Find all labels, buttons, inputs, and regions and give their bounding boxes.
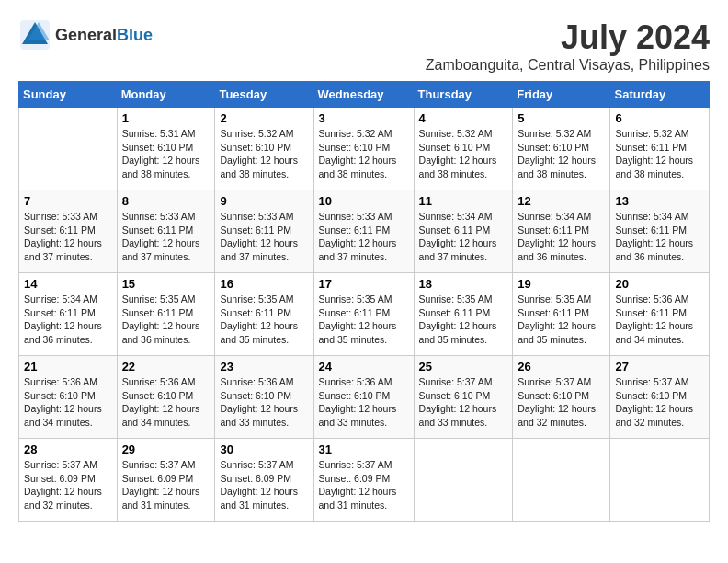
calendar-cell: [414, 439, 513, 522]
day-number: 19: [518, 277, 605, 291]
month-title: July 2024: [426, 18, 710, 57]
location-title: Zamboanguita, Central Visayas, Philippin…: [426, 57, 710, 74]
day-info: Sunrise: 5:32 AMSunset: 6:10 PMDaylight:…: [220, 127, 308, 181]
calendar-week-row: 28Sunrise: 5:37 AMSunset: 6:09 PMDayligh…: [19, 439, 710, 522]
calendar-cell: 6Sunrise: 5:32 AMSunset: 6:11 PMDaylight…: [610, 108, 710, 190]
day-info: Sunrise: 5:35 AMSunset: 6:11 PMDaylight:…: [319, 293, 409, 347]
calendar-cell: 1Sunrise: 5:31 AMSunset: 6:10 PMDaylight…: [117, 108, 215, 190]
weekday-header-monday: Monday: [117, 82, 215, 108]
day-number: 3: [319, 111, 409, 125]
day-number: 24: [319, 360, 409, 373]
calendar-cell: 11Sunrise: 5:34 AMSunset: 6:11 PMDayligh…: [414, 190, 513, 273]
calendar-cell: 9Sunrise: 5:33 AMSunset: 6:11 PMDaylight…: [215, 190, 313, 273]
day-number: 27: [615, 360, 704, 373]
calendar-table: SundayMondayTuesdayWednesdayThursdayFrid…: [18, 81, 710, 522]
calendar-cell: 7Sunrise: 5:33 AMSunset: 6:11 PMDaylight…: [19, 190, 118, 273]
day-number: 5: [518, 111, 605, 125]
day-number: 30: [220, 442, 308, 456]
day-info: Sunrise: 5:36 AMSunset: 6:10 PMDaylight:…: [24, 375, 112, 430]
weekday-header-wednesday: Wednesday: [313, 82, 414, 108]
weekday-header-saturday: Saturday: [610, 82, 710, 108]
calendar-cell: 17Sunrise: 5:35 AMSunset: 6:11 PMDayligh…: [313, 273, 414, 356]
day-number: 8: [122, 194, 210, 208]
calendar-cell: 12Sunrise: 5:34 AMSunset: 6:11 PMDayligh…: [513, 190, 610, 273]
day-info: Sunrise: 5:36 AMSunset: 6:10 PMDaylight:…: [122, 375, 210, 430]
day-info: Sunrise: 5:36 AMSunset: 6:11 PMDaylight:…: [615, 293, 704, 347]
day-number: 18: [419, 277, 508, 291]
day-number: 6: [615, 111, 704, 125]
weekday-header-tuesday: Tuesday: [215, 82, 313, 108]
calendar-cell: 30Sunrise: 5:37 AMSunset: 6:09 PMDayligh…: [215, 439, 313, 522]
day-info: Sunrise: 5:33 AMSunset: 6:11 PMDaylight:…: [24, 210, 112, 264]
calendar-cell: 3Sunrise: 5:32 AMSunset: 6:10 PMDaylight…: [313, 108, 414, 190]
day-number: 15: [122, 277, 210, 291]
day-info: Sunrise: 5:36 AMSunset: 6:10 PMDaylight:…: [319, 375, 409, 430]
calendar-cell: 25Sunrise: 5:37 AMSunset: 6:10 PMDayligh…: [414, 356, 513, 439]
day-number: 1: [122, 111, 210, 125]
day-number: 21: [24, 360, 112, 373]
day-info: Sunrise: 5:32 AMSunset: 6:11 PMDaylight:…: [615, 127, 704, 181]
day-number: 13: [615, 194, 704, 208]
calendar-cell: 5Sunrise: 5:32 AMSunset: 6:10 PMDaylight…: [513, 108, 610, 190]
calendar-cell: 16Sunrise: 5:35 AMSunset: 6:11 PMDayligh…: [215, 273, 313, 356]
day-info: Sunrise: 5:34 AMSunset: 6:11 PMDaylight:…: [518, 210, 605, 264]
calendar-week-row: 21Sunrise: 5:36 AMSunset: 6:10 PMDayligh…: [19, 356, 710, 439]
logo-blue: Blue: [117, 26, 153, 44]
weekday-header-friday: Friday: [513, 82, 610, 108]
day-info: Sunrise: 5:33 AMSunset: 6:11 PMDaylight:…: [122, 210, 210, 264]
day-info: Sunrise: 5:37 AMSunset: 6:09 PMDaylight:…: [122, 458, 210, 512]
day-info: Sunrise: 5:37 AMSunset: 6:09 PMDaylight:…: [220, 458, 308, 512]
calendar-cell: 31Sunrise: 5:37 AMSunset: 6:09 PMDayligh…: [313, 439, 414, 522]
calendar-week-row: 7Sunrise: 5:33 AMSunset: 6:11 PMDaylight…: [19, 190, 710, 273]
calendar-cell: 23Sunrise: 5:36 AMSunset: 6:10 PMDayligh…: [215, 356, 313, 439]
day-number: 14: [24, 277, 112, 291]
day-info: Sunrise: 5:31 AMSunset: 6:10 PMDaylight:…: [122, 127, 210, 181]
day-info: Sunrise: 5:32 AMSunset: 6:10 PMDaylight:…: [319, 127, 409, 181]
calendar-cell: 10Sunrise: 5:33 AMSunset: 6:11 PMDayligh…: [313, 190, 414, 273]
logo-icon: [18, 18, 51, 52]
title-block: July 2024 Zamboanguita, Central Visayas,…: [426, 18, 710, 74]
day-number: 10: [319, 194, 409, 208]
day-number: 23: [220, 360, 308, 373]
page-header: GeneralBlue July 2024 Zamboanguita, Cent…: [18, 18, 710, 74]
day-info: Sunrise: 5:35 AMSunset: 6:11 PMDaylight:…: [220, 293, 308, 347]
day-info: Sunrise: 5:36 AMSunset: 6:10 PMDaylight:…: [220, 375, 308, 430]
calendar-cell: 4Sunrise: 5:32 AMSunset: 6:10 PMDaylight…: [414, 108, 513, 190]
calendar-cell: [610, 439, 710, 522]
day-info: Sunrise: 5:37 AMSunset: 6:10 PMDaylight:…: [518, 375, 605, 430]
weekday-header-row: SundayMondayTuesdayWednesdayThursdayFrid…: [19, 82, 710, 108]
day-number: 25: [419, 360, 508, 373]
day-number: 7: [24, 194, 112, 208]
weekday-header-thursday: Thursday: [414, 82, 513, 108]
calendar-cell: 13Sunrise: 5:34 AMSunset: 6:11 PMDayligh…: [610, 190, 710, 273]
day-info: Sunrise: 5:35 AMSunset: 6:11 PMDaylight:…: [518, 293, 605, 347]
calendar-cell: 27Sunrise: 5:37 AMSunset: 6:10 PMDayligh…: [610, 356, 710, 439]
calendar-week-row: 14Sunrise: 5:34 AMSunset: 6:11 PMDayligh…: [19, 273, 710, 356]
calendar-cell: [513, 439, 610, 522]
calendar-cell: 18Sunrise: 5:35 AMSunset: 6:11 PMDayligh…: [414, 273, 513, 356]
day-number: 22: [122, 360, 210, 373]
day-info: Sunrise: 5:37 AMSunset: 6:10 PMDaylight:…: [615, 375, 704, 430]
day-number: 9: [220, 194, 308, 208]
calendar-cell: 8Sunrise: 5:33 AMSunset: 6:11 PMDaylight…: [117, 190, 215, 273]
day-info: Sunrise: 5:37 AMSunset: 6:09 PMDaylight:…: [319, 458, 409, 512]
calendar-cell: 29Sunrise: 5:37 AMSunset: 6:09 PMDayligh…: [117, 439, 215, 522]
day-info: Sunrise: 5:33 AMSunset: 6:11 PMDaylight:…: [220, 210, 308, 264]
calendar-cell: 19Sunrise: 5:35 AMSunset: 6:11 PMDayligh…: [513, 273, 610, 356]
calendar-cell: 15Sunrise: 5:35 AMSunset: 6:11 PMDayligh…: [117, 273, 215, 356]
calendar-cell: 26Sunrise: 5:37 AMSunset: 6:10 PMDayligh…: [513, 356, 610, 439]
calendar-cell: 2Sunrise: 5:32 AMSunset: 6:10 PMDaylight…: [215, 108, 313, 190]
day-number: 2: [220, 111, 308, 125]
day-number: 11: [419, 194, 508, 208]
day-number: 12: [518, 194, 605, 208]
day-info: Sunrise: 5:35 AMSunset: 6:11 PMDaylight:…: [122, 293, 210, 347]
day-info: Sunrise: 5:37 AMSunset: 6:10 PMDaylight:…: [419, 375, 508, 430]
day-number: 29: [122, 442, 210, 456]
day-info: Sunrise: 5:33 AMSunset: 6:11 PMDaylight:…: [319, 210, 409, 264]
day-info: Sunrise: 5:34 AMSunset: 6:11 PMDaylight:…: [615, 210, 704, 264]
logo-general: General: [55, 26, 117, 44]
day-number: 16: [220, 277, 308, 291]
calendar-week-row: 1Sunrise: 5:31 AMSunset: 6:10 PMDaylight…: [19, 108, 710, 190]
calendar-cell: 24Sunrise: 5:36 AMSunset: 6:10 PMDayligh…: [313, 356, 414, 439]
calendar-cell: 21Sunrise: 5:36 AMSunset: 6:10 PMDayligh…: [19, 356, 118, 439]
